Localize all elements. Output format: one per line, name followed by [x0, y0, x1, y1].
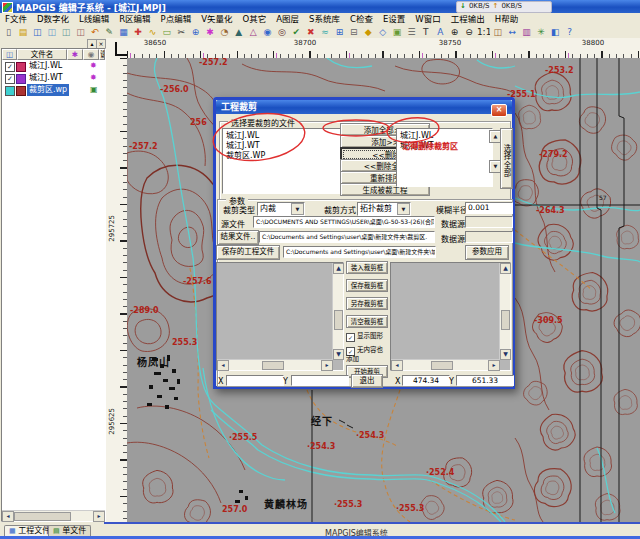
toolbar-icon[interactable]: ∿	[146, 26, 159, 38]
toolbar-icon[interactable]: ◔	[218, 26, 231, 38]
sidebar-h-scrollbar[interactable]: ◂ ▸	[2, 510, 105, 521]
toolbar-icon[interactable]: ✎	[103, 26, 116, 38]
datasource-field[interactable]	[465, 231, 513, 243]
toolbar-icon[interactable]: ◎	[275, 26, 288, 38]
target-file-listbox[interactable]: 城江J.WL 城江J.WT	[396, 128, 493, 187]
toolbar-icon[interactable]: ◫	[74, 26, 87, 38]
toolbar-icon[interactable]: ▣	[391, 26, 404, 38]
toolbar-icon[interactable]: ?	[563, 26, 576, 38]
toolbar-icon[interactable]: ⊕	[448, 26, 461, 38]
state-icon[interactable]: ◉	[83, 49, 99, 60]
source-preview-panel[interactable]: ▲ ▼ ◂ ▸	[216, 262, 344, 371]
menu-item[interactable]: W窗口	[410, 13, 445, 25]
toolbar-icon[interactable]: ◫	[31, 26, 44, 38]
layer-icon[interactable]: ◫	[2, 49, 17, 60]
file-row[interactable]: ✓ 城江J.WL ✸	[2, 60, 105, 72]
file-checkbox[interactable]: ✓	[5, 62, 15, 72]
menu-item[interactable]: O其它	[238, 13, 272, 25]
toolbar-icon[interactable]: ▤	[16, 26, 29, 38]
menu-item[interactable]: R区编辑	[114, 13, 155, 25]
menu-item[interactable]: P点编辑	[156, 13, 197, 25]
result-file-button[interactable]: 结果文件..	[217, 230, 259, 245]
menu-item[interactable]: D数字化	[32, 13, 74, 25]
list-item[interactable]: 裁剪区.WP	[226, 151, 338, 161]
network-speed-widget[interactable]: ↓ 0KB/S ↑ 0KB/S	[456, 1, 552, 13]
scroll-up-icon[interactable]: ▲	[500, 263, 511, 274]
x-coordinate-field[interactable]: 474.34	[402, 375, 450, 386]
y-field[interactable]	[291, 375, 349, 386]
scroll-thumb[interactable]	[262, 361, 284, 370]
source-file-listbox[interactable]: 城江J.WL 城江J.WT 裁剪区.WP	[222, 128, 342, 194]
file-row-selected[interactable]: 裁剪区.wp ▣	[2, 84, 105, 96]
apply-params-button[interactable]: 参数应用	[465, 245, 509, 260]
save-project-button[interactable]: 保存的工程文件	[216, 245, 280, 260]
v-scrollbar[interactable]: ▲ ▼	[332, 263, 343, 360]
list-item[interactable]: 城江J.WT	[226, 141, 338, 151]
clip-mode-combo[interactable]: 拓扑裁剪 ▼	[357, 202, 411, 216]
toolbar-icon[interactable]: ▦	[117, 26, 130, 38]
toolbar-icon[interactable]: ◧	[549, 26, 562, 38]
toolbar-icon[interactable]: ≈	[319, 26, 332, 38]
show-graphic-checkbox[interactable]: ✓显示图形	[346, 333, 388, 342]
chevron-down-icon[interactable]: ▼	[397, 203, 410, 215]
target-preview-panel[interactable]: ▲ ▼ ◂ ▸	[390, 262, 511, 371]
toolbar-icon[interactable]: T	[419, 26, 432, 38]
chevron-down-icon[interactable]: ▼	[291, 203, 304, 215]
scroll-thumb[interactable]	[334, 310, 343, 330]
menu-item[interactable]: H帮助	[490, 13, 523, 25]
column-note[interactable]: 说明	[99, 49, 105, 60]
toolbar-icon[interactable]: ☰	[405, 26, 418, 38]
scroll-left-icon[interactable]: ◂	[2, 511, 14, 522]
toolbar-icon[interactable]: ▲	[232, 26, 245, 38]
file-checkbox[interactable]: ✓	[5, 74, 15, 84]
v-scrollbar[interactable]: ▲ ▼	[499, 263, 510, 360]
scroll-left-icon[interactable]: ◂	[217, 360, 229, 371]
clip-type-combo[interactable]: 内裁 ▼	[257, 202, 305, 216]
x-field[interactable]	[226, 375, 284, 386]
toolbar-icon[interactable]: ⊟	[347, 26, 360, 38]
file-checkbox[interactable]	[5, 86, 15, 96]
file-name[interactable]: 城江J.WT	[27, 72, 65, 84]
file-row[interactable]: ✓ 城江J.WT ✸	[2, 72, 105, 84]
menu-item[interactable]: F文件	[0, 13, 32, 25]
exit-button[interactable]: 退出	[351, 374, 383, 388]
toolbar-icon[interactable]: A	[434, 26, 447, 38]
fuzzy-radius-field[interactable]: 0.001	[465, 202, 513, 214]
scroll-right-icon[interactable]: ▸	[93, 511, 105, 522]
toolbar-icon[interactable]: ◫	[45, 26, 58, 38]
toolbar-icon[interactable]: ✔	[290, 26, 303, 38]
h-scrollbar[interactable]: ◂ ▸	[391, 359, 500, 370]
toolbar-icon[interactable]: ▥	[520, 26, 533, 38]
toolbar-icon[interactable]: ⊞	[333, 26, 346, 38]
scroll-thumb[interactable]	[431, 361, 453, 370]
add-even-empty-checkbox[interactable]: ✓无内容也添加	[346, 347, 388, 363]
scroll-left-icon[interactable]: ◂	[391, 360, 403, 371]
saveas-frame-button[interactable]: 另存裁剪框	[346, 297, 388, 310]
file-name[interactable]: 裁剪区.wp	[27, 84, 69, 96]
save-project-field[interactable]: C:\Documents and Settings\user\桌面\新建文件夹\…	[283, 246, 436, 258]
menu-item[interactable]: A图层	[271, 13, 304, 25]
visibility-icon[interactable]: ✱	[67, 49, 83, 60]
y-coordinate-field[interactable]: 651.33	[456, 375, 514, 386]
file-name[interactable]: 城江J.WL	[27, 60, 64, 72]
toolbar-icon[interactable]: ◆	[362, 26, 375, 38]
toolbar-icon[interactable]: ◫	[60, 26, 73, 38]
checkbox-icon[interactable]: ✓	[346, 333, 355, 342]
h-scrollbar[interactable]: ◂ ▸	[217, 359, 333, 370]
toolbar-icon[interactable]: ↶	[88, 26, 101, 38]
toolbar-icon[interactable]: ◉	[261, 26, 274, 38]
datasource-field[interactable]	[465, 216, 513, 228]
load-frame-button[interactable]: 装入裁剪框	[346, 261, 388, 274]
menu-item[interactable]: S系统库	[304, 13, 345, 25]
toolbar-icon[interactable]: ⊖	[463, 26, 476, 38]
list-item[interactable]: 城江J.WL	[226, 131, 338, 141]
toolbar-icon[interactable]: ✳	[534, 26, 547, 38]
save-frame-button[interactable]: 保存裁剪框	[346, 279, 388, 292]
dialog-close-icon[interactable]: ×	[491, 104, 507, 117]
toolbar-icon[interactable]: △	[247, 26, 260, 38]
select-all-vertical-button[interactable]: 选择全部	[500, 128, 513, 189]
toolbar-icon[interactable]: ◫	[491, 26, 504, 38]
toolbar-icon[interactable]: ✂	[175, 26, 188, 38]
menu-item[interactable]: C检查	[345, 13, 378, 25]
toolbar-icon[interactable]: ✖	[304, 26, 317, 38]
